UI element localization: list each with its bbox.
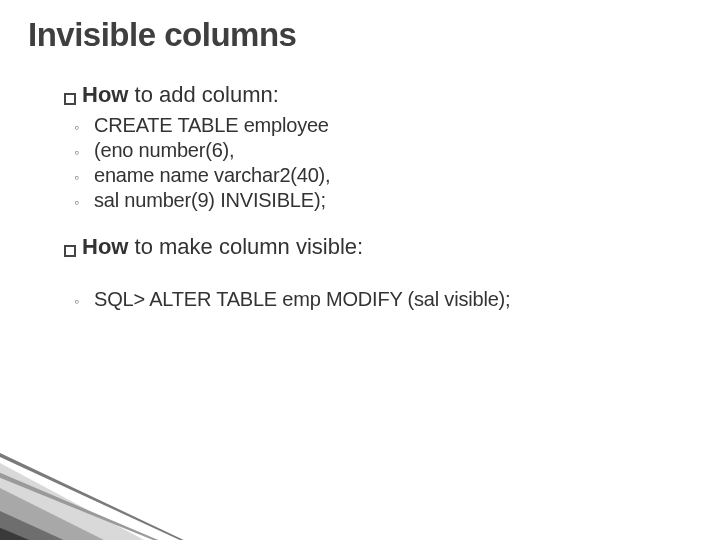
heading-bold: How [82, 82, 128, 107]
square-bullet-icon [64, 245, 76, 257]
code-line: SQL> ALTER TABLE emp MODIFY (sal visible… [94, 288, 510, 311]
circle-bullet-icon: ◦ [74, 169, 94, 185]
spacer [64, 266, 692, 284]
heading-text: How to add column: [82, 82, 279, 108]
code-list-add: ◦ CREATE TABLE employee ◦ (eno number(6)… [74, 114, 692, 212]
code-line: ename name varchar2(40), [94, 164, 330, 187]
heading-rest: to make column visible: [128, 234, 363, 259]
code-list-visible: ◦ SQL> ALTER TABLE emp MODIFY (sal visib… [74, 288, 692, 311]
code-line: CREATE TABLE employee [94, 114, 329, 137]
square-bullet-icon [64, 93, 76, 105]
heading-make-visible: How to make column visible: [64, 234, 692, 260]
circle-bullet-icon: ◦ [74, 144, 94, 160]
list-item: ◦ SQL> ALTER TABLE emp MODIFY (sal visib… [74, 288, 692, 311]
heading-bold: How [82, 234, 128, 259]
circle-bullet-icon: ◦ [74, 293, 94, 309]
list-item: ◦ CREATE TABLE employee [74, 114, 692, 137]
corner-decoration-icon [0, 432, 188, 540]
circle-bullet-icon: ◦ [74, 119, 94, 135]
content-area: How to add column: ◦ CREATE TABLE employ… [28, 82, 692, 311]
list-item: ◦ (eno number(6), [74, 139, 692, 162]
heading-text: How to make column visible: [82, 234, 363, 260]
slide: Invisible columns How to add column: ◦ C… [0, 0, 720, 540]
slide-title: Invisible columns [28, 16, 692, 54]
circle-bullet-icon: ◦ [74, 194, 94, 210]
list-item: ◦ sal number(9) INVISIBLE); [74, 189, 692, 212]
heading-rest: to add column: [128, 82, 278, 107]
list-item: ◦ ename name varchar2(40), [74, 164, 692, 187]
code-line: sal number(9) INVISIBLE); [94, 189, 326, 212]
heading-add-column: How to add column: [64, 82, 692, 108]
code-line: (eno number(6), [94, 139, 234, 162]
